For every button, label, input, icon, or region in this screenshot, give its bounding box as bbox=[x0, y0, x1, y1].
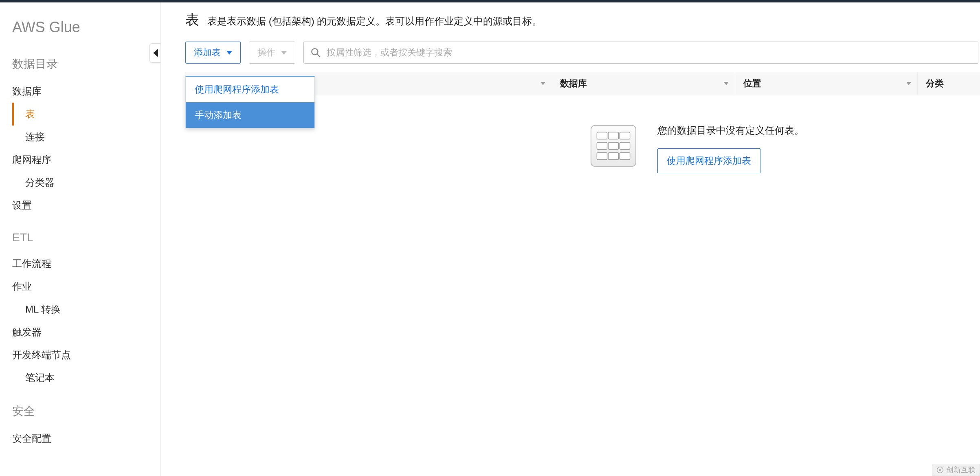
section-heading-etl: ETL bbox=[12, 231, 148, 244]
nav-item-dev-endpoints[interactable]: 开发终端节点 bbox=[12, 344, 148, 366]
column-database-label: 数据库 bbox=[560, 77, 587, 90]
search-box[interactable] bbox=[303, 42, 978, 64]
collapse-sidebar-button[interactable] bbox=[149, 43, 161, 63]
actions-button[interactable]: 操作 bbox=[249, 42, 295, 64]
nav-item-workflows[interactable]: 工作流程 bbox=[12, 252, 148, 275]
empty-state-cta-button[interactable]: 使用爬网程序添加表 bbox=[657, 148, 760, 173]
svg-rect-8 bbox=[620, 142, 630, 149]
dropdown-item-add-crawler[interactable]: 使用爬网程序添加表 bbox=[186, 77, 314, 102]
chevron-down-icon[interactable] bbox=[906, 82, 911, 85]
service-title: AWS Glue bbox=[12, 19, 148, 36]
add-table-dropdown: 使用爬网程序添加表 手动添加表 bbox=[185, 76, 315, 128]
actions-label: 操作 bbox=[257, 46, 275, 59]
sidebar: AWS Glue 数据目录 数据库 表 连接 爬网程序 分类器 设置 ETL 工… bbox=[0, 2, 161, 476]
section-heading-catalog: 数据目录 bbox=[12, 56, 148, 72]
section-heading-security: 安全 bbox=[12, 403, 148, 419]
add-table-button[interactable]: 添加表 bbox=[185, 42, 241, 64]
column-location-label: 位置 bbox=[743, 77, 761, 90]
nav-item-triggers[interactable]: 触发器 bbox=[12, 321, 148, 344]
svg-rect-9 bbox=[597, 152, 607, 159]
chevron-down-icon[interactable] bbox=[724, 82, 729, 85]
nav-item-jobs[interactable]: 作业 bbox=[12, 275, 148, 298]
chevron-down-icon bbox=[226, 51, 232, 55]
column-classification[interactable]: 分类 bbox=[918, 72, 980, 95]
search-icon bbox=[310, 47, 321, 58]
nav-item-ml-transforms[interactable]: ML 转换 bbox=[12, 298, 148, 321]
page-description: 表是表示数据 (包括架构) 的元数据定义。表可以用作作业定义中的源或目标。 bbox=[207, 15, 542, 28]
chevron-down-icon[interactable] bbox=[541, 82, 545, 85]
dropdown-item-add-manual[interactable]: 手动添加表 bbox=[186, 102, 314, 128]
nav-item-databases[interactable]: 数据库 bbox=[12, 80, 148, 103]
svg-rect-10 bbox=[608, 152, 618, 159]
nav-item-crawlers[interactable]: 爬网程序 bbox=[12, 148, 148, 171]
svg-rect-11 bbox=[620, 152, 630, 159]
nav-item-tables[interactable]: 表 bbox=[12, 103, 148, 126]
nav-item-security-config[interactable]: 安全配置 bbox=[12, 427, 148, 450]
page-title: 表 bbox=[185, 11, 199, 29]
watermark-text: 创新互联 bbox=[946, 465, 976, 475]
column-database[interactable]: 数据库 bbox=[552, 72, 735, 95]
toolbar: 添加表 操作 bbox=[185, 42, 980, 64]
nav-item-classifiers[interactable]: 分类器 bbox=[12, 171, 148, 194]
empty-state-message: 您的数据目录中没有定义任何表。 bbox=[657, 124, 804, 137]
svg-rect-4 bbox=[608, 132, 618, 139]
svg-point-0 bbox=[312, 48, 318, 55]
watermark: 创新互联 bbox=[932, 464, 980, 476]
table-grid-icon bbox=[590, 124, 637, 170]
svg-rect-7 bbox=[608, 142, 618, 149]
nav-item-settings[interactable]: 设置 bbox=[12, 194, 148, 217]
search-input[interactable] bbox=[327, 47, 971, 58]
svg-rect-5 bbox=[620, 132, 630, 139]
svg-rect-3 bbox=[597, 132, 607, 139]
nav-item-connections[interactable]: 连接 bbox=[12, 126, 148, 148]
main-content: 表 表是表示数据 (包括架构) 的元数据定义。表可以用作作业定义中的源或目标。 … bbox=[161, 2, 980, 476]
svg-rect-6 bbox=[597, 142, 607, 149]
nav-item-notebooks[interactable]: 笔记本 bbox=[12, 366, 148, 389]
add-table-label: 添加表 bbox=[194, 46, 221, 59]
column-location[interactable]: 位置 bbox=[735, 72, 918, 95]
svg-line-1 bbox=[317, 54, 320, 57]
chevron-down-icon bbox=[281, 51, 287, 55]
column-classification-label: 分类 bbox=[926, 77, 944, 90]
